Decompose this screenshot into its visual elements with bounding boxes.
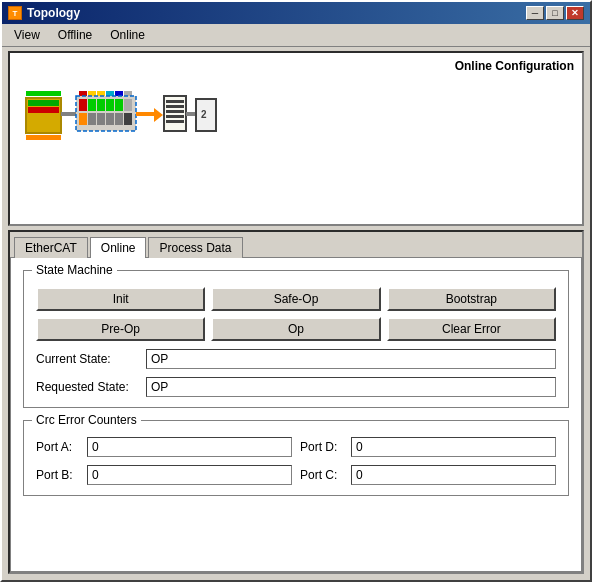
bottom-panel: EtherCAT Online Process Data State Machi… (8, 230, 584, 574)
safe-op-button[interactable]: Safe-Op (211, 287, 380, 311)
current-state-row: Current State: (36, 349, 556, 369)
svg-rect-17 (124, 99, 132, 111)
svg-rect-31 (166, 120, 184, 123)
menu-view[interactable]: View (6, 26, 48, 44)
state-machine-group: State Machine Init Safe-Op Bootstrap Pre… (23, 270, 569, 408)
title-buttons: ─ □ ✕ (526, 6, 584, 20)
svg-rect-14 (97, 99, 105, 111)
title-bar: T Topology ─ □ ✕ (2, 2, 590, 24)
state-machine-label: State Machine (32, 263, 117, 277)
svg-rect-32 (186, 112, 196, 116)
svg-rect-12 (79, 99, 87, 111)
svg-rect-4 (26, 91, 61, 96)
svg-rect-23 (124, 113, 132, 125)
svg-rect-27 (166, 100, 184, 103)
menu-offline[interactable]: Offline (50, 26, 100, 44)
crc-counters-group: Crc Error Counters Port A: Port D: Port … (23, 420, 569, 496)
svg-rect-16 (115, 99, 123, 111)
online-config-label: Online Configuration (455, 59, 574, 73)
menu-bar: View Offline Online (2, 24, 590, 47)
port-c-row: Port C: (300, 465, 556, 485)
port-a-value[interactable] (87, 437, 292, 457)
current-state-value[interactable] (146, 349, 556, 369)
svg-rect-1 (28, 100, 59, 106)
svg-rect-35 (26, 135, 61, 140)
svg-rect-19 (88, 113, 96, 125)
port-d-label: Port D: (300, 440, 345, 454)
requested-state-label: Requested State: (36, 380, 146, 394)
svg-rect-29 (166, 110, 184, 113)
svg-rect-21 (106, 113, 114, 125)
svg-text:2: 2 (201, 109, 207, 120)
main-window: T Topology ─ □ ✕ View Offline Online Onl… (0, 0, 592, 582)
port-d-value[interactable] (351, 437, 556, 457)
port-d-row: Port D: (300, 437, 556, 457)
svg-rect-15 (106, 99, 114, 111)
port-a-row: Port A: (36, 437, 292, 457)
svg-rect-30 (166, 115, 184, 118)
port-a-label: Port A: (36, 440, 81, 454)
tab-online[interactable]: Online (90, 237, 147, 258)
crc-grid: Port A: Port D: Port B: Port C: (36, 437, 556, 485)
requested-state-row: Requested State: (36, 377, 556, 397)
svg-rect-18 (79, 113, 87, 125)
svg-rect-28 (166, 105, 184, 108)
init-button[interactable]: Init (36, 287, 205, 311)
topology-view: Online Configuration (8, 51, 584, 226)
menu-online[interactable]: Online (102, 26, 153, 44)
tab-process-data[interactable]: Process Data (148, 237, 242, 258)
port-c-value[interactable] (351, 465, 556, 485)
bootstrap-button[interactable]: Bootstrap (387, 287, 556, 311)
state-machine-buttons: Init Safe-Op Bootstrap Pre-Op Op Clear E… (36, 287, 556, 341)
clear-error-button[interactable]: Clear Error (387, 317, 556, 341)
app-icon: T (8, 6, 22, 20)
port-b-row: Port B: (36, 465, 292, 485)
current-state-label: Current State: (36, 352, 146, 366)
port-b-value[interactable] (87, 465, 292, 485)
crc-counters-label: Crc Error Counters (32, 413, 141, 427)
svg-rect-22 (115, 113, 123, 125)
port-c-label: Port C: (300, 468, 345, 482)
svg-rect-24 (136, 112, 154, 116)
tab-ethercat[interactable]: EtherCAT (14, 237, 88, 258)
requested-state-value[interactable] (146, 377, 556, 397)
close-button[interactable]: ✕ (566, 6, 584, 20)
minimize-button[interactable]: ─ (526, 6, 544, 20)
port-b-label: Port B: (36, 468, 81, 482)
tab-online-content: State Machine Init Safe-Op Bootstrap Pre… (10, 257, 582, 572)
svg-marker-25 (154, 108, 163, 122)
content-area: Online Configuration (2, 47, 590, 580)
pre-op-button[interactable]: Pre-Op (36, 317, 205, 341)
svg-rect-13 (88, 99, 96, 111)
title-bar-left: T Topology (8, 6, 80, 20)
window-title: Topology (27, 6, 80, 20)
svg-rect-20 (97, 113, 105, 125)
svg-rect-2 (28, 107, 59, 113)
maximize-button[interactable]: □ (546, 6, 564, 20)
op-button[interactable]: Op (211, 317, 380, 341)
tabs-bar: EtherCAT Online Process Data (10, 232, 582, 257)
